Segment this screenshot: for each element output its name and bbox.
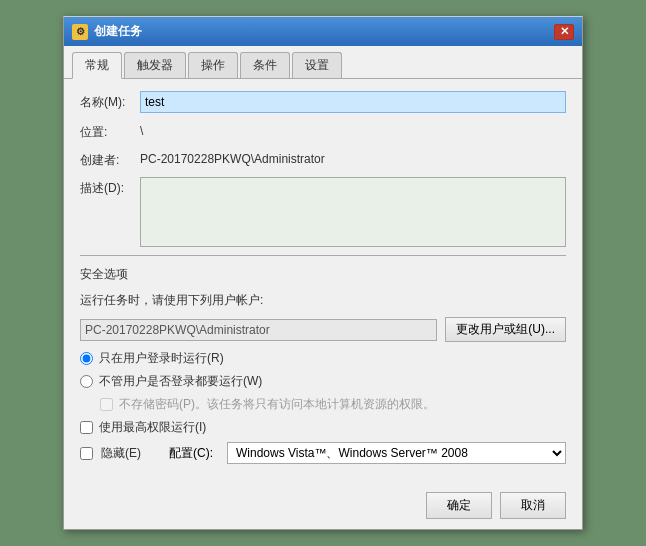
config-select[interactable]: Windows Vista™、Windows Server™ 2008 Wind… bbox=[227, 442, 566, 464]
radio-login-label: 只在用户登录时运行(R) bbox=[99, 350, 224, 367]
ok-button[interactable]: 确定 bbox=[426, 492, 492, 519]
tab-action[interactable]: 操作 bbox=[188, 52, 238, 78]
close-button[interactable]: ✕ bbox=[554, 24, 574, 40]
no-save-checkbox[interactable] bbox=[100, 398, 113, 411]
divider bbox=[80, 255, 566, 256]
tab-general[interactable]: 常规 bbox=[72, 52, 122, 79]
no-save-row: 不存储密码(P)。该任务将只有访问本地计算机资源的权限。 bbox=[100, 396, 566, 413]
radio-always-row: 不管用户是否登录都要运行(W) bbox=[80, 373, 566, 390]
radio-login[interactable] bbox=[80, 352, 93, 365]
author-row: 创建者: PC-20170228PKWQ\Administrator bbox=[80, 149, 566, 169]
desc-label: 描述(D): bbox=[80, 177, 140, 197]
desc-row: 描述(D): bbox=[80, 177, 566, 247]
hidden-label: 隐藏(E) bbox=[101, 445, 141, 462]
desc-input[interactable] bbox=[140, 177, 566, 247]
dialog-title: 创建任务 bbox=[94, 23, 142, 40]
hidden-checkbox[interactable] bbox=[80, 447, 93, 460]
title-bar: ⚙ 创建任务 ✕ bbox=[64, 17, 582, 46]
location-value: \ bbox=[140, 121, 566, 138]
user-row: 更改用户或组(U)... bbox=[80, 317, 566, 342]
user-input[interactable] bbox=[80, 319, 437, 341]
change-user-button[interactable]: 更改用户或组(U)... bbox=[445, 317, 566, 342]
run-as-label: 运行任务时，请使用下列用户帐户: bbox=[80, 289, 566, 309]
highest-priv-label: 使用最高权限运行(I) bbox=[99, 419, 206, 436]
config-label: 配置(C): bbox=[169, 445, 213, 462]
tab-trigger[interactable]: 触发器 bbox=[124, 52, 186, 78]
dialog-icon: ⚙ bbox=[72, 24, 88, 40]
cancel-button[interactable]: 取消 bbox=[500, 492, 566, 519]
location-label: 位置: bbox=[80, 121, 140, 141]
location-row: 位置: \ bbox=[80, 121, 566, 141]
author-label: 创建者: bbox=[80, 149, 140, 169]
run-as-row: 运行任务时，请使用下列用户帐户: bbox=[80, 289, 566, 309]
config-row: 隐藏(E) 配置(C): Windows Vista™、Windows Serv… bbox=[80, 442, 566, 464]
tabs: 常规 触发器 操作 条件 设置 bbox=[64, 46, 582, 79]
content-area: 名称(M): 位置: \ 创建者: PC-20170228PKWQ\Admini… bbox=[64, 79, 582, 484]
name-label: 名称(M): bbox=[80, 91, 140, 111]
tab-settings[interactable]: 设置 bbox=[292, 52, 342, 78]
radio-always[interactable] bbox=[80, 375, 93, 388]
name-input[interactable] bbox=[140, 91, 566, 113]
tab-condition[interactable]: 条件 bbox=[240, 52, 290, 78]
radio-login-row: 只在用户登录时运行(R) bbox=[80, 350, 566, 367]
security-title: 安全选项 bbox=[80, 266, 566, 283]
dialog: ⚙ 创建任务 ✕ 常规 触发器 操作 条件 设置 名称(M): 位置: \ 创建… bbox=[63, 16, 583, 530]
author-value: PC-20170228PKWQ\Administrator bbox=[140, 149, 566, 166]
no-save-label: 不存储密码(P)。该任务将只有访问本地计算机资源的权限。 bbox=[119, 396, 435, 413]
footer: 确定 取消 bbox=[64, 484, 582, 529]
highest-priv-row: 使用最高权限运行(I) bbox=[80, 419, 566, 436]
title-bar-left: ⚙ 创建任务 bbox=[72, 23, 142, 40]
name-row: 名称(M): bbox=[80, 91, 566, 113]
radio-always-label: 不管用户是否登录都要运行(W) bbox=[99, 373, 262, 390]
highest-priv-checkbox[interactable] bbox=[80, 421, 93, 434]
